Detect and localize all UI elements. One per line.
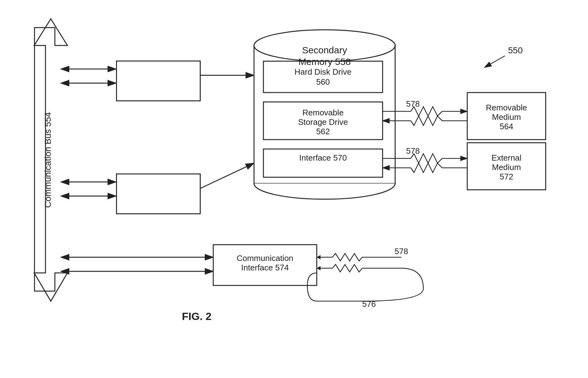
svg-text:550: 550 — [508, 45, 523, 55]
svg-text:578: 578 — [395, 247, 408, 256]
removable-medium-label2: Medium — [492, 112, 521, 122]
fig-label: FIG. 2 — [182, 310, 211, 322]
removable-storage-label1: Removable — [302, 108, 344, 117]
external-medium-label2: Medium — [492, 162, 521, 172]
removable-medium-label1: Removable — [486, 103, 527, 112]
hard-disk-num: 560 — [316, 77, 330, 87]
secondary-memory-num: Memory 558 — [299, 56, 351, 67]
svg-text:578: 578 — [406, 146, 420, 156]
svg-marker-33 — [317, 266, 320, 270]
removable-storage-label2: Storage Drive — [298, 117, 348, 127]
svg-line-39 — [485, 56, 505, 67]
svg-text:578: 578 — [406, 99, 420, 109]
external-medium-num: 572 — [500, 172, 513, 181]
secondary-memory-label: Secondary — [302, 45, 347, 55]
comm-interface-label2: Interface 574 — [241, 263, 289, 272]
external-medium-label1: External — [491, 153, 521, 162]
comm-interface-label1: Communication — [237, 253, 294, 263]
svg-text:576: 576 — [362, 299, 376, 309]
svg-marker-31 — [317, 255, 320, 259]
hard-disk-label: Hard Disk Drive — [294, 67, 352, 77]
processor-box — [116, 61, 201, 101]
removable-storage-num: 562 — [316, 127, 330, 136]
interface-label: Interface 570 — [299, 153, 347, 162]
comm-bus-label: Communication Bus 554 — [43, 112, 53, 208]
svg-line-12 — [201, 163, 254, 188]
main-memory-box — [116, 173, 201, 214]
removable-medium-num: 564 — [500, 122, 513, 131]
